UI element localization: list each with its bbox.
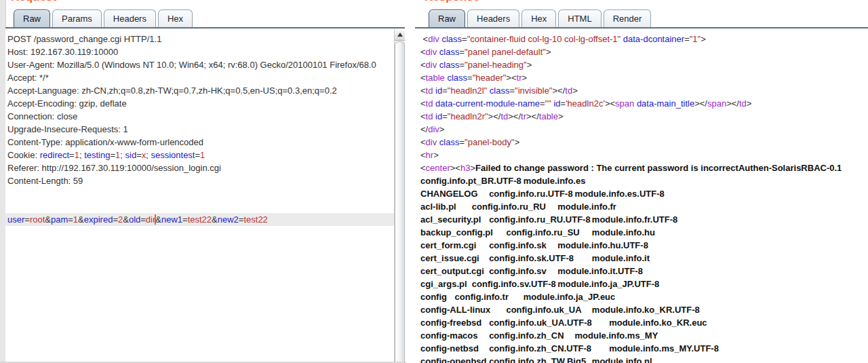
tab-headers[interactable]: Headers [104, 9, 156, 28]
code-token: "headln2r" [448, 111, 488, 121]
tab-params[interactable]: Params [52, 9, 102, 28]
code-token: = [442, 111, 448, 121]
request-panel: Request RawParamsHeadersHex POST /passwo… [5, 0, 405, 363]
code-token: sid [125, 150, 137, 160]
code-token: Content-Type: application/x-www-form-url… [7, 137, 203, 147]
code-token: > [572, 85, 578, 96]
code-token: >< [605, 98, 615, 109]
code-token: < [420, 34, 428, 44]
code-token: ></ [526, 111, 539, 121]
code-token: "" [545, 98, 551, 109]
tab-render[interactable]: Render [604, 9, 652, 28]
code-token: td [426, 85, 433, 96]
code-line [5, 187, 395, 200]
code-token: new1 [161, 214, 182, 225]
code-token: = [24, 214, 30, 225]
code-token: acl_security.pl config.info.ru_RU.UTF-8 … [420, 214, 677, 225]
code-line: config-netbsd config.info.zh_CN.UTF-8 mo… [418, 342, 868, 355]
code-token: = [113, 214, 118, 225]
code-line: Content-Length: 59 [5, 174, 395, 187]
code-token: Content-Length: 59 [7, 176, 83, 186]
code-token: > [747, 98, 752, 109]
code-token: root [30, 214, 45, 225]
code-line: config.info.pt_BR.UTF-8 module.info.es [418, 174, 868, 187]
code-token: Host: 192.167.30.119:10000 [7, 47, 118, 57]
code-token: > [558, 111, 564, 121]
code-token: dir [146, 214, 155, 225]
code-token: ></ [694, 98, 707, 109]
code-token: = [140, 214, 146, 225]
code-token: ; [120, 150, 125, 160]
tab-html[interactable]: HTML [558, 9, 601, 28]
tab-hex[interactable]: Hex [521, 9, 556, 28]
code-token: test22 [243, 214, 267, 225]
code-line: </div> [418, 123, 868, 136]
request-scrollbar[interactable] [394, 29, 405, 363]
code-token: Connection: close [7, 111, 77, 121]
code-token: Accept-Encoding: gzip, deflate [7, 98, 127, 109]
scrollbar-thumb[interactable] [395, 41, 405, 363]
tab-hex[interactable]: Hex [158, 9, 193, 28]
code-token: config-freebsd config.info.uk_UA.UTF-8 m… [420, 318, 707, 328]
code-token: span [707, 98, 726, 109]
code-token: tr [517, 73, 522, 83]
code-token: ></ [553, 85, 566, 96]
burp-message-editor: Request RawParamsHeadersHex POST /passwo… [0, 0, 868, 363]
code-token: "panel panel-default" [465, 47, 546, 57]
code-line: cert_output.cgi config.info.sv module.in… [418, 265, 868, 278]
request-label: Request [11, 0, 56, 4]
response-panel: Response RawHeadersHexHTMLRender <div cl… [415, 0, 868, 363]
response-viewer: <div class="container-fluid col-lg-10 co… [415, 28, 868, 363]
code-line: cert_issue.cgi config.info.sk.UTF-8 modu… [418, 252, 868, 265]
code-line: cgi_args.pl config.info.sv.UTF-8 module.… [418, 278, 868, 290]
code-token: class [490, 85, 510, 96]
code-token: = [462, 34, 467, 44]
code-token: backup_config.pl config.info.ru_SU modul… [420, 227, 655, 237]
code-token: old [129, 214, 140, 225]
code-token: = [467, 73, 473, 83]
code-token: User-Agent: Mozilla/5.0 (Windows NT 10.0… [7, 60, 376, 70]
code-token: div [426, 47, 437, 57]
code-token: = [182, 214, 188, 225]
code-token: < [420, 47, 426, 57]
code-token: = [69, 150, 75, 160]
code-token: = [110, 150, 115, 160]
code-token: tr [521, 111, 526, 121]
code-token: "container-fluid col-lg-10 col-lg-offset… [467, 34, 620, 44]
code-line: <div class="panel-heading"> [418, 58, 868, 71]
tab-label: Raw [438, 14, 456, 24]
code-token: 1 [200, 150, 205, 160]
code-token: < [420, 163, 426, 173]
code-token: > [515, 137, 520, 147]
code-line [5, 200, 395, 213]
code-token: < [420, 85, 426, 96]
code-token: cgi_args.pl config.info.sv.UTF-8 module.… [420, 279, 659, 289]
arrow-up-icon [397, 33, 403, 37]
code-line: user=root&pam=1&expired=2&old=dir&new1=t… [5, 213, 395, 226]
tab-raw[interactable]: Raw [429, 9, 465, 28]
code-token: & [123, 214, 129, 225]
code-token: id [435, 85, 442, 96]
code-line: Referer: http://192.167.30.119:10000/ses… [5, 161, 395, 174]
request-editor[interactable]: POST /password_change.cgi HTTP/1.1Host: … [5, 28, 395, 363]
code-line: Accept-Language: zh-CN,zh;q=0.8,zh-TW;q=… [5, 84, 395, 97]
code-token: user [7, 214, 24, 225]
code-token: hr [426, 150, 434, 160]
code-token: data-main_title [637, 98, 694, 109]
code-token: > [701, 34, 706, 44]
code-token: Accept-Language: zh-CN,zh;q=0.8,zh-TW;q=… [7, 85, 337, 96]
scroll-up-button[interactable] [395, 29, 405, 41]
code-token: = [459, 47, 465, 57]
code-token: "header" [473, 73, 507, 83]
code-token: div [428, 34, 439, 44]
code-token: td [739, 98, 747, 109]
code-line: Upgrade-Insecure-Requests: 1 [5, 123, 395, 136]
code-token: testing [84, 150, 110, 160]
tab-raw[interactable]: Raw [14, 9, 50, 28]
tab-headers[interactable]: Headers [467, 9, 519, 28]
tab-label: Hex [531, 14, 547, 24]
code-line: <table class="header"><tr> [418, 71, 868, 84]
code-line: Connection: close [5, 110, 395, 123]
code-line: config-macos config.info.zh_CN module.in… [418, 329, 868, 342]
code-token: = [442, 85, 448, 96]
